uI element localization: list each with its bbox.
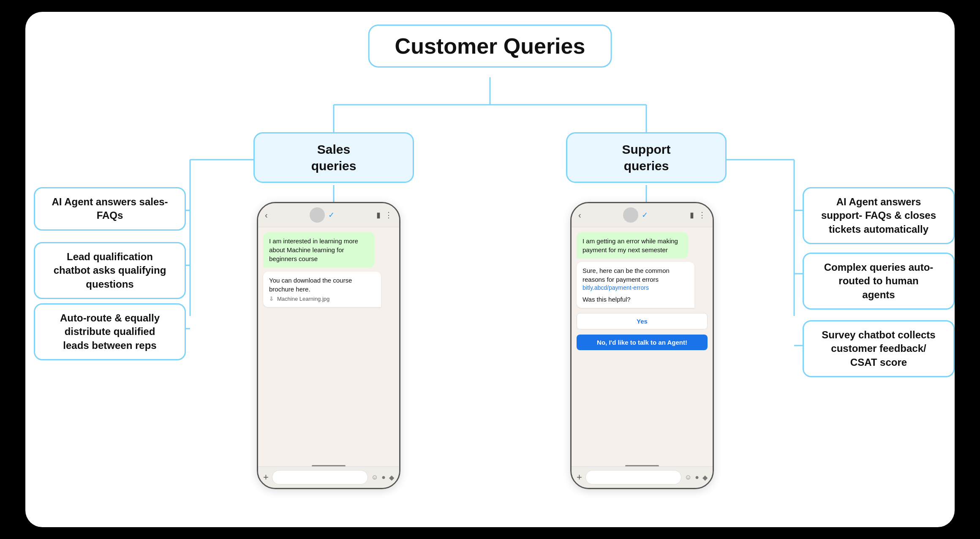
right-box-1: AI Agent answerssupport- FAQs & closesti… — [803, 187, 955, 244]
sales-category-box: Salesqueries — [253, 132, 414, 183]
back-icon-right: ‹ — [578, 210, 581, 220]
verified-icon-right: ✓ — [642, 210, 648, 220]
menu-icon-left: ⋮ — [385, 210, 392, 220]
video-icon-left: ▮ — [376, 210, 381, 220]
title-box: Customer Queries — [368, 24, 612, 68]
right-incoming-bubble: I am getting an error while making payme… — [577, 232, 688, 259]
camera-icon-left: ● — [381, 474, 386, 482]
emoji-icon-left: ☺ — [371, 474, 378, 482]
left-incoming-bubble: I am interested in learning more about M… — [263, 232, 375, 267]
left-phone: ‹ ✓ ▮ ⋮ I am interested in learning more… — [257, 202, 400, 489]
left-box-1: AI Agent answers sales-FAQs — [34, 187, 186, 231]
right-box-3: Survey chatbot collectscustomer feedback… — [803, 320, 955, 377]
right-phone-body: I am getting an error while making payme… — [572, 227, 713, 463]
right-box-2: Complex queries auto-routed to humanagen… — [803, 253, 955, 310]
plus-icon-left[interactable]: + — [263, 472, 269, 483]
menu-icon-right: ⋮ — [698, 210, 706, 220]
yes-button[interactable]: Yes — [577, 313, 708, 329]
no-agent-button[interactable]: No, I'd like to talk to an Agent! — [577, 335, 708, 350]
avatar-right — [623, 207, 638, 223]
plus-icon-right[interactable]: + — [577, 472, 582, 483]
support-category-box: Supportqueries — [566, 132, 727, 183]
back-icon-left: ‹ — [265, 210, 268, 220]
left-outgoing-bubble: You can download the course brochure her… — [263, 272, 381, 307]
left-phone-body: I am interested in learning more about M… — [258, 227, 399, 463]
right-phone: ‹ ✓ ▮ ⋮ I am getting an error while maki… — [570, 202, 714, 489]
input-box-left[interactable] — [272, 470, 368, 485]
sales-category-label: Salesqueries — [311, 142, 357, 173]
emoji-icon-right: ☺ — [685, 474, 691, 482]
avatar-left — [310, 207, 325, 223]
support-category-label: Supportqueries — [622, 142, 671, 173]
verified-icon-left: ✓ — [328, 210, 335, 220]
mic-icon-right: ◆ — [702, 474, 708, 482]
title-text: Customer Queries — [395, 34, 585, 58]
video-icon-right: ▮ — [690, 210, 694, 220]
left-box-2: Lead qualificationchatbot asks qualifyin… — [34, 242, 186, 299]
payment-link: bitly.abcd/payment-errors — [583, 284, 689, 292]
download-icon: ⇩ — [269, 295, 274, 303]
input-box-right[interactable] — [585, 470, 681, 485]
camera-icon-right: ● — [695, 474, 699, 482]
right-outgoing-bubble: Sure, here can be the common reasons for… — [577, 262, 694, 308]
mic-icon-left: ◆ — [389, 474, 394, 482]
file-attachment: ⇩ Machine Learning.jpg — [269, 295, 375, 303]
left-box-3: Auto-route & equallydistribute qualified… — [34, 303, 186, 360]
